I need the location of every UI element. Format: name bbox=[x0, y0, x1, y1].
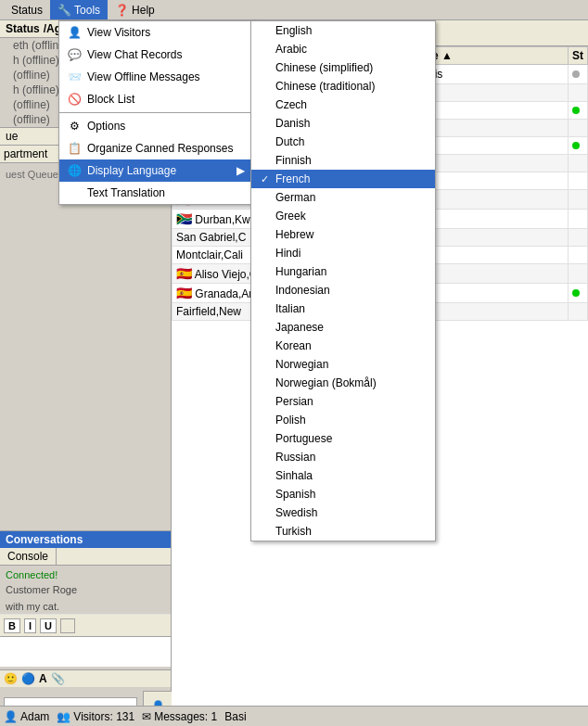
lang-polish-label: Polish bbox=[275, 414, 306, 427]
menu-display-language[interactable]: 🌐 Display Language ▶ bbox=[59, 159, 252, 182]
lang-italian[interactable]: Italian bbox=[251, 299, 435, 318]
menu-bar: Status 🔧 Tools ❓ Help bbox=[0, 0, 588, 20]
lang-chinese-simplified[interactable]: Chinese (simplified) bbox=[251, 58, 435, 77]
lang-dutch-label: Dutch bbox=[275, 135, 304, 148]
user-label: Adam bbox=[20, 710, 49, 723]
help-icon: ❓ bbox=[115, 4, 129, 17]
lang-german[interactable]: German bbox=[251, 188, 435, 207]
cell-status bbox=[569, 284, 588, 303]
basic-item: Basi bbox=[224, 710, 246, 723]
lang-russian-label: Russian bbox=[275, 451, 315, 464]
lang-dutch[interactable]: Dutch bbox=[251, 133, 435, 151]
view-visitors-label: View Visitors bbox=[87, 26, 150, 39]
cell-status bbox=[569, 172, 588, 190]
tools-label: Tools bbox=[74, 4, 100, 17]
smiley-icon[interactable]: 🔵 bbox=[21, 672, 35, 685]
lang-sinhala-label: Sinhala bbox=[275, 469, 313, 482]
check-french: ✓ bbox=[261, 173, 275, 185]
status-menu[interactable]: Status bbox=[4, 0, 50, 19]
menu-block-list[interactable]: 🚫 Block List bbox=[59, 88, 252, 110]
tools-menu-trigger[interactable]: 🔧 Tools bbox=[50, 0, 108, 19]
lang-sinhala[interactable]: Sinhala bbox=[251, 466, 435, 485]
underline-button[interactable]: U bbox=[40, 618, 57, 633]
status-header-label: Status bbox=[6, 22, 40, 35]
conv-customer: Customer Roge bbox=[0, 584, 171, 599]
block-icon: 🚫 bbox=[67, 92, 82, 107]
menu-view-offline[interactable]: 📨 View Offline Messages bbox=[59, 66, 252, 88]
chat-input[interactable] bbox=[0, 637, 171, 667]
user-item: 👤 Adam bbox=[4, 710, 49, 723]
lang-persian-label: Persian bbox=[275, 395, 313, 408]
basic-label: Basi bbox=[224, 710, 246, 723]
lang-danish[interactable]: Danish bbox=[251, 114, 435, 133]
color-picker[interactable] bbox=[60, 618, 75, 633]
menu-options[interactable]: ⚙ Options bbox=[59, 115, 252, 137]
lang-korean[interactable]: Korean bbox=[251, 337, 435, 355]
language-icon: 🌐 bbox=[67, 163, 82, 178]
cell-status bbox=[569, 155, 588, 172]
emoji-icon[interactable]: 🙂 bbox=[4, 672, 18, 685]
chat-records-label: View Chat Records bbox=[87, 48, 183, 61]
lang-swedish[interactable]: Swedish bbox=[251, 503, 435, 522]
visitors-icon: 👥 bbox=[57, 710, 70, 723]
lang-hungarian[interactable]: Hungarian bbox=[251, 262, 435, 281]
lang-norwegian-bokmal[interactable]: Norwegian (Bokmål) bbox=[251, 374, 435, 392]
lang-greek[interactable]: Greek bbox=[251, 207, 435, 225]
lang-spanish[interactable]: Spanish bbox=[251, 485, 435, 503]
lang-finnish[interactable]: Finnish bbox=[251, 151, 435, 170]
chat-records-icon: 💬 bbox=[67, 47, 82, 62]
lang-russian[interactable]: Russian bbox=[251, 448, 435, 466]
bold-button[interactable]: B bbox=[4, 618, 20, 633]
status-label: Status bbox=[11, 4, 43, 17]
bottom-bar: 👤 Adam 👥 Visitors: 131 ✉ Messages: 1 Bas… bbox=[0, 706, 588, 726]
lang-persian[interactable]: Persian bbox=[251, 392, 435, 411]
lang-hungarian-label: Hungarian bbox=[275, 265, 326, 278]
lang-greek-label: Greek bbox=[275, 210, 306, 223]
menu-text-translation[interactable]: Text Translation bbox=[59, 182, 252, 204]
lang-norwegian-bokmal-label: Norwegian (Bokmål) bbox=[275, 376, 377, 389]
lang-hebrew[interactable]: Hebrew bbox=[251, 225, 435, 244]
lang-portuguese-label: Portuguese bbox=[275, 432, 332, 445]
queue-label: ue bbox=[6, 130, 18, 143]
lang-polish[interactable]: Polish bbox=[251, 411, 435, 429]
lang-turkish[interactable]: Turkish bbox=[251, 522, 435, 541]
lang-hindi[interactable]: Hindi bbox=[251, 244, 435, 262]
cell-status bbox=[569, 102, 588, 120]
cell-status bbox=[569, 84, 588, 102]
lang-danish-label: Danish bbox=[275, 117, 310, 130]
lang-chinese-traditional[interactable]: Chinese (traditional) bbox=[251, 77, 435, 96]
lang-czech[interactable]: Czech bbox=[251, 96, 435, 114]
menu-separator bbox=[59, 112, 252, 113]
conv-chat: with my cat. bbox=[0, 599, 171, 615]
lang-english[interactable]: English bbox=[251, 21, 435, 40]
user-icon: 👤 bbox=[4, 710, 18, 723]
menu-organize[interactable]: 📋 Organize Canned Responses bbox=[59, 137, 252, 159]
language-submenu: English Arabic Chinese (simplified) Chin… bbox=[250, 20, 436, 541]
lang-turkish-label: Turkish bbox=[275, 525, 312, 538]
conv-status: Connected! bbox=[0, 566, 171, 584]
tools-icon: 🔧 bbox=[58, 4, 71, 17]
lang-norwegian[interactable]: Norwegian bbox=[251, 355, 435, 374]
cell-status bbox=[569, 210, 588, 229]
options-label: Options bbox=[87, 120, 125, 133]
cell-status bbox=[569, 120, 588, 137]
console-tab[interactable]: Console bbox=[0, 548, 57, 565]
attachment-icon[interactable]: 📎 bbox=[51, 672, 65, 685]
menu-view-chat-records[interactable]: 💬 View Chat Records bbox=[59, 44, 252, 66]
italic-button[interactable]: I bbox=[24, 618, 36, 633]
lang-korean-label: Korean bbox=[275, 339, 312, 352]
offline-label: View Offline Messages bbox=[87, 70, 200, 83]
lang-italian-label: Italian bbox=[275, 302, 305, 315]
display-lang-inner: 🌐 Display Language bbox=[67, 163, 176, 178]
lang-japanese[interactable]: Japanese bbox=[251, 318, 435, 337]
lang-german-label: German bbox=[275, 191, 315, 204]
help-menu-trigger[interactable]: ❓ Help bbox=[108, 0, 162, 19]
lang-arabic[interactable]: Arabic bbox=[251, 40, 435, 58]
lang-french[interactable]: ✓ French bbox=[251, 170, 435, 188]
lang-indonesian[interactable]: Indonesian bbox=[251, 281, 435, 299]
text-icon[interactable]: A bbox=[39, 672, 47, 685]
lang-portuguese[interactable]: Portuguese bbox=[251, 429, 435, 448]
menu-view-visitors[interactable]: 👤 View Visitors bbox=[59, 21, 252, 44]
lang-swedish-label: Swedish bbox=[275, 506, 317, 519]
lang-norwegian-label: Norwegian bbox=[275, 358, 328, 371]
